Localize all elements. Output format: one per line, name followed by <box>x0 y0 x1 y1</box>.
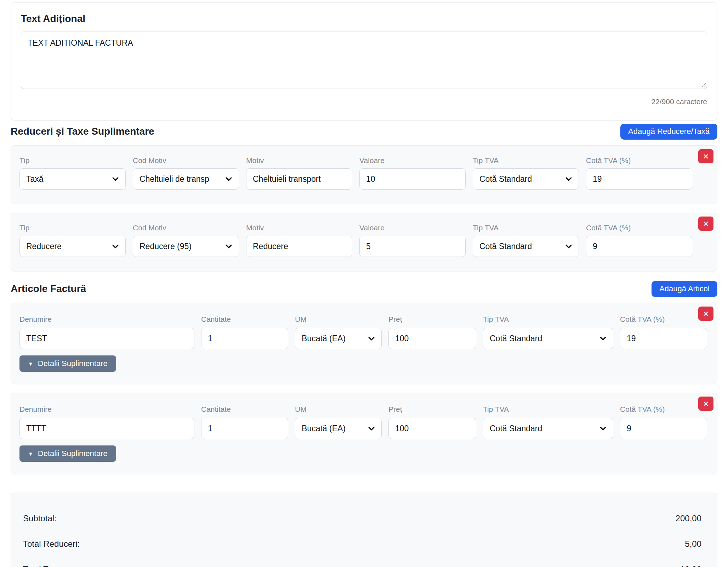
cota-tva-label: Cotă TVA (%) <box>586 224 692 232</box>
um-select[interactable]: Bucată (EA) <box>295 328 382 349</box>
chevron-down-icon <box>225 175 232 183</box>
subtotal-label: Subtotal: <box>23 513 57 523</box>
motiv-input[interactable] <box>246 168 352 190</box>
cota-tva-input[interactable] <box>620 418 707 439</box>
total-taxes-value: 10,00 <box>680 565 701 567</box>
tip-tva-field: Tip TVA Cotă Standard <box>483 405 613 439</box>
um-select[interactable]: Bucată (EA) <box>295 418 382 439</box>
pret-input[interactable] <box>388 418 476 439</box>
cantitate-input[interactable] <box>201 328 288 349</box>
motiv-label: Motiv <box>246 156 352 165</box>
chevron-down-icon <box>368 335 375 342</box>
tip-tva-field: Tip TVA Cotă Standard <box>473 224 579 257</box>
cantitate-label: Cantitate <box>201 405 288 414</box>
tip-tva-field: Tip TVA Cotă Standard <box>483 315 613 349</box>
items-title: Articole Factură <box>11 283 86 294</box>
chevron-down-icon <box>565 243 572 250</box>
um-field: UM Bucată (EA) <box>295 405 382 439</box>
item-row: ✕ Denumire Cantitate UM Bucată (EA) Preț <box>11 393 717 474</box>
motiv-field: Motiv <box>246 224 352 257</box>
pret-field: Preț <box>388 315 476 349</box>
denumire-input[interactable] <box>19 328 194 349</box>
caret-down-icon: ▼ <box>28 451 33 456</box>
details-toggle-button[interactable]: ▼ Detalii Suplimentare <box>19 355 116 372</box>
additional-text-input[interactable]: TEXT ADITIONAL FACTURA <box>21 32 707 89</box>
denumire-label: Denumire <box>19 315 194 324</box>
valoare-input[interactable] <box>359 236 466 257</box>
items-header: Articole Factură Adaugă Articol <box>11 281 717 297</box>
additional-text-title: Text Adițional <box>21 13 707 24</box>
valoare-field: Valoare <box>359 156 466 190</box>
tip-tva-label: Tip TVA <box>483 315 613 324</box>
cota-tva-field: Cotă TVA (%) <box>620 315 707 349</box>
cota-tva-input[interactable] <box>586 236 692 257</box>
chevron-down-icon <box>599 425 607 432</box>
remove-item-row-button[interactable]: ✕ <box>698 397 713 411</box>
tip-select[interactable]: Reducere <box>19 236 126 257</box>
discount-row-grid: Tip Reducere Cod Motiv Reducere (95) Mot… <box>19 224 709 257</box>
denumire-field: Denumire <box>19 405 194 439</box>
tip-tva-label: Tip TVA <box>473 156 579 165</box>
tip-tva-label: Tip TVA <box>473 224 579 232</box>
cod-motiv-select[interactable]: Cheltuieli de transp <box>133 168 239 190</box>
valoare-input[interactable] <box>359 168 466 190</box>
denumire-field: Denumire <box>19 315 194 349</box>
chevron-down-icon <box>599 335 607 342</box>
denumire-label: Denumire <box>19 405 194 414</box>
additional-text-card: Text Adițional TEXT ADITIONAL FACTURA 22… <box>11 2 717 120</box>
tip-tva-select[interactable]: Cotă Standard <box>473 236 579 257</box>
cantitate-label: Cantitate <box>201 315 288 324</box>
close-icon: ✕ <box>703 400 709 408</box>
tip-tva-label: Tip TVA <box>483 405 613 414</box>
chevron-down-icon <box>112 243 119 250</box>
discount-row: ✕ Tip Reducere Cod Motiv Reducere (95) M… <box>11 213 717 271</box>
tip-tva-select[interactable]: Cotă Standard <box>483 418 613 439</box>
denumire-input[interactable] <box>19 418 194 439</box>
chevron-down-icon <box>565 175 572 183</box>
pret-field: Preț <box>388 405 476 439</box>
motiv-field: Motiv <box>246 156 352 190</box>
pret-input[interactable] <box>388 328 476 349</box>
item-row-grid: Denumire Cantitate UM Bucată (EA) Preț T… <box>19 315 709 349</box>
remove-discount-row-button[interactable]: ✕ <box>698 149 713 163</box>
total-discounts-value: 5,00 <box>685 539 701 549</box>
cantitate-field: Cantitate <box>201 405 288 439</box>
subtotal-row: Subtotal: 200,00 <box>23 513 701 523</box>
cota-tva-field: Cotă TVA (%) <box>586 224 692 257</box>
add-item-button[interactable]: Adaugă Articol <box>652 281 717 297</box>
cota-tva-field: Cotă TVA (%) <box>620 405 707 439</box>
subtotal-value: 200,00 <box>676 513 701 523</box>
cota-tva-label: Cotă TVA (%) <box>620 315 707 324</box>
tip-label: Tip <box>19 156 126 165</box>
um-field: UM Bucată (EA) <box>295 315 382 349</box>
cod-motiv-label: Cod Motiv <box>133 224 239 232</box>
item-row-grid: Denumire Cantitate UM Bucată (EA) Preț T… <box>19 405 709 439</box>
remove-discount-row-button[interactable]: ✕ <box>698 217 713 231</box>
close-icon: ✕ <box>703 220 709 228</box>
motiv-label: Motiv <box>246 224 352 232</box>
close-icon: ✕ <box>703 310 709 318</box>
valoare-label: Valoare <box>359 224 466 232</box>
discounts-title: Reduceri și Taxe Suplimentare <box>11 126 154 137</box>
tip-select[interactable]: Taxă <box>19 168 126 190</box>
motiv-input[interactable] <box>246 236 352 257</box>
cantitate-field: Cantitate <box>201 315 288 349</box>
discount-row: ✕ Tip Taxă Cod Motiv Cheltuieli de trans… <box>11 145 717 204</box>
valoare-label: Valoare <box>359 156 466 165</box>
tip-tva-select[interactable]: Cotă Standard <box>483 328 613 349</box>
cota-tva-input[interactable] <box>620 328 707 349</box>
tip-tva-select[interactable]: Cotă Standard <box>473 168 579 190</box>
cota-tva-input[interactable] <box>586 168 692 190</box>
remove-item-row-button[interactable]: ✕ <box>698 307 713 321</box>
chevron-down-icon <box>225 243 232 250</box>
details-toggle-button[interactable]: ▼ Detalii Suplimentare <box>19 445 116 462</box>
total-taxes-row: Total Taxe: 10,00 <box>23 565 701 567</box>
cantitate-input[interactable] <box>201 418 288 439</box>
pret-label: Preț <box>388 405 476 414</box>
invoice-form-page: Text Adițional TEXT ADITIONAL FACTURA 22… <box>0 0 728 567</box>
chevron-down-icon <box>112 175 119 183</box>
totals-card: Subtotal: 200,00 Total Reduceri: 5,00 To… <box>11 493 717 567</box>
cod-motiv-select[interactable]: Reducere (95) <box>133 236 239 257</box>
add-discount-button[interactable]: Adaugă Reducere/Taxă <box>620 124 717 140</box>
caret-down-icon: ▼ <box>28 361 33 366</box>
